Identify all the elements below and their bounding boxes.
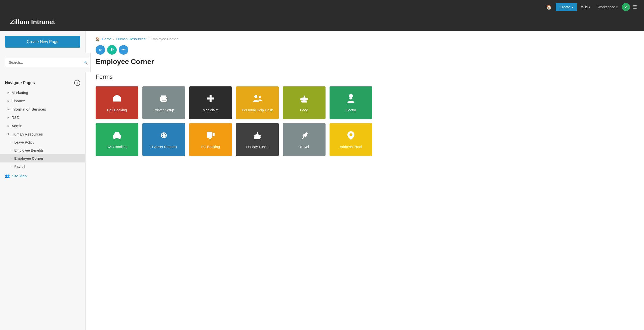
form-card-icon: [112, 130, 122, 142]
bullet-icon: •: [12, 149, 12, 152]
wiki-nav-button[interactable]: Wiki ▾: [578, 3, 593, 11]
main-layout: Create New Page 🔍 Navigate Pages + ▶ Mar…: [0, 31, 644, 330]
create-caret-icon: ▾: [572, 6, 573, 9]
form-card-mediclaim[interactable]: Mediclaim: [189, 86, 232, 119]
form-card-icon: [299, 93, 309, 105]
search-input[interactable]: [5, 58, 90, 67]
svg-rect-16: [349, 98, 352, 99]
sidebar-item-label: Information Services: [12, 107, 46, 111]
edit-page-button[interactable]: ✏: [96, 45, 105, 55]
form-card-icon: [206, 130, 216, 142]
svg-point-30: [257, 135, 258, 136]
form-card-label: Mediclaim: [203, 108, 218, 112]
search-icon: 🔍: [84, 60, 88, 64]
sidebar: Create New Page 🔍 Navigate Pages + ▶ Mar…: [0, 31, 86, 330]
sidebar-subitem-payroll[interactable]: • Payroll: [0, 162, 85, 171]
view-page-button[interactable]: 👁: [107, 45, 117, 55]
form-card-label: PC Booking: [201, 145, 220, 149]
svg-rect-13: [304, 95, 305, 98]
form-card-icon: [112, 93, 122, 105]
form-card-address-proof[interactable]: Address Proof: [330, 123, 372, 156]
form-card-it-asset-request[interactable]: IT Asset Request: [142, 123, 185, 156]
hamburger-menu-icon[interactable]: ☰: [631, 2, 639, 12]
form-card-label: Food: [300, 108, 308, 112]
form-card-pc-booking[interactable]: PC Booking: [189, 123, 232, 156]
form-card-personal-help-desk[interactable]: Personal Help Desk: [236, 86, 279, 119]
page-title: Employee Corner: [96, 58, 634, 66]
top-navigation: 🏠 Create ▾ Wiki ▾ Workspace ▾ Z ☰: [0, 0, 644, 14]
form-card-icon: [159, 130, 169, 142]
form-card-icon: [252, 130, 262, 142]
user-avatar[interactable]: Z: [622, 3, 630, 11]
form-card-label: Personal Help Desk: [242, 108, 273, 112]
sidebar-item-finance[interactable]: ▶ Finance: [0, 97, 85, 105]
form-card-label: Doctor: [346, 108, 356, 112]
breadcrumb-separator: /: [147, 37, 148, 41]
form-card-icon: [299, 130, 309, 142]
form-card-holiday-lunch[interactable]: Holiday Lunch: [236, 123, 279, 156]
form-card-doctor[interactable]: Doctor: [330, 86, 372, 119]
sidebar-subitem-employee-corner[interactable]: • Employee Corner: [0, 154, 85, 162]
create-button[interactable]: Create ▾: [556, 3, 577, 11]
svg-point-11: [257, 97, 258, 98]
create-label: Create: [560, 5, 570, 9]
breadcrumb-home-link[interactable]: Home: [102, 37, 111, 41]
chevron-icon: ▶: [8, 124, 10, 127]
sidebar-subitem-leave-policy[interactable]: • Leave Policy: [0, 138, 85, 146]
form-card-icon: [159, 93, 169, 105]
svg-rect-24: [208, 132, 212, 137]
sidebar-item-label: Human Resources: [12, 132, 43, 136]
form-card-cab-booking[interactable]: CAB Booking: [96, 123, 138, 156]
sidebar-item-information-services[interactable]: ▶ Information Services: [0, 105, 85, 113]
sidebar-subitem-label: Employee Benefits: [14, 148, 44, 152]
sidebar-subitem-label: Leave Policy: [14, 140, 34, 144]
sidebar-item-label: Admin: [12, 124, 22, 128]
form-card-label: Hall Booking: [107, 108, 127, 112]
form-card-label: Travel: [299, 145, 309, 149]
form-card-hall-booking[interactable]: Hall Booking: [96, 86, 138, 119]
sidebar-subitem-label: Employee Corner: [14, 156, 44, 160]
main-content: 🏠 Home / Human Resources / Employee Corn…: [86, 31, 644, 330]
form-card-printer-setup[interactable]: Printer Setup: [142, 86, 185, 119]
svg-rect-4: [162, 101, 166, 101]
sidebar-item-marketing[interactable]: ▶ Marketing: [0, 88, 85, 97]
forms-grid: Hall BookingPrinter SetupMediclaimPerson…: [96, 86, 372, 156]
add-page-icon[interactable]: +: [74, 80, 80, 86]
svg-rect-27: [209, 138, 211, 139]
workspace-label: Workspace: [597, 5, 615, 9]
form-card-travel[interactable]: Travel: [283, 123, 326, 156]
svg-point-8: [254, 95, 257, 98]
form-card-food[interactable]: Food: [283, 86, 326, 119]
form-card-icon: [346, 130, 356, 142]
breadcrumb-current: Employee Corner: [150, 37, 178, 41]
forms-section-title: Forms: [96, 73, 634, 80]
sidebar-subitem-employee-benefits[interactable]: • Employee Benefits: [0, 146, 85, 154]
form-card-icon: [252, 93, 262, 105]
svg-point-5: [166, 98, 167, 99]
form-card-label: Holiday Lunch: [246, 145, 269, 149]
chevron-icon: ▶: [8, 108, 10, 111]
breadcrumb-home-icon: 🏠: [96, 37, 100, 41]
sidebar-item-admin[interactable]: ▶ Admin: [0, 122, 85, 130]
form-card-label: Printer Setup: [153, 108, 174, 112]
home-nav-button[interactable]: 🏠: [543, 2, 555, 12]
form-card-label: Address Proof: [340, 145, 362, 149]
form-card-label: CAB Booking: [106, 145, 127, 149]
breadcrumb-parent-link[interactable]: Human Resources: [116, 37, 145, 41]
sidebar-item-rnd[interactable]: ▶ R&D: [0, 113, 85, 122]
workspace-caret-icon: ▾: [616, 5, 618, 9]
breadcrumb-separator: /: [113, 37, 114, 41]
site-map-link[interactable]: 👥 Site Map: [0, 171, 85, 181]
app-title: Zillum Intranet: [10, 18, 634, 26]
bullet-icon: •: [12, 141, 12, 144]
svg-rect-10: [257, 98, 259, 98]
search-container: 🔍: [5, 53, 91, 72]
sidebar-item-human-resources[interactable]: ▶ Human Resources: [0, 130, 85, 138]
more-options-button[interactable]: •••: [119, 45, 128, 55]
create-new-page-button[interactable]: Create New Page: [5, 36, 80, 48]
navigate-pages-header: Navigate Pages +: [0, 77, 85, 88]
svg-rect-20: [115, 133, 118, 135]
site-map-label: Site Map: [12, 174, 27, 178]
chevron-down-icon: ▶: [7, 133, 10, 135]
workspace-nav-button[interactable]: Workspace ▾: [594, 3, 621, 11]
